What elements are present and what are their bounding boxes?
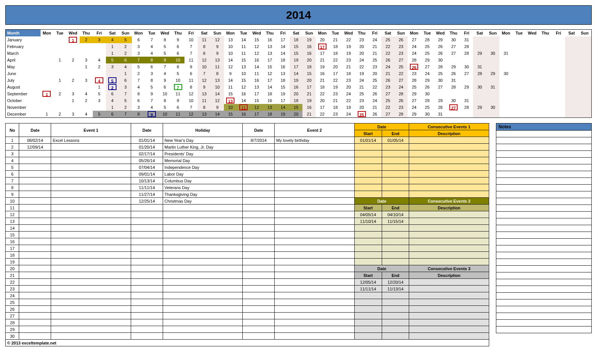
day-cell[interactable]	[460, 111, 473, 117]
holiday-date[interactable]	[131, 259, 163, 265]
ce1-desc[interactable]	[409, 177, 489, 184]
day-cell[interactable]	[565, 97, 578, 104]
ce2-start[interactable]	[354, 259, 382, 265]
day-cell[interactable]	[526, 90, 539, 97]
day-cell[interactable]: 10	[158, 111, 171, 117]
day-cell[interactable]	[552, 90, 565, 97]
row-no[interactable]: 3	[6, 150, 19, 157]
holiday-name[interactable]: Martin Luther King, Jr. Day	[163, 144, 242, 150]
event1-name[interactable]	[51, 286, 131, 292]
day-cell[interactable]: 16	[290, 84, 303, 90]
day-cell[interactable]: 27	[434, 84, 447, 90]
day-cell[interactable]: 18	[277, 77, 290, 84]
day-cell[interactable]: 30	[434, 77, 447, 84]
day-cell[interactable]	[512, 50, 526, 57]
day-cell[interactable]: 28	[421, 97, 434, 104]
day-cell[interactable]: 7	[132, 77, 145, 84]
day-cell[interactable]	[552, 97, 565, 104]
event2-name[interactable]	[275, 177, 354, 184]
event2-name[interactable]: My lovely birthday	[275, 137, 354, 144]
day-cell[interactable]: 15	[237, 77, 250, 84]
notes-row[interactable]	[496, 171, 592, 178]
day-cell[interactable]: 14	[224, 57, 237, 63]
day-cell[interactable]: 2	[80, 97, 93, 104]
day-cell[interactable]: 28	[460, 43, 473, 50]
day-cell[interactable]: 24	[342, 90, 355, 97]
day-cell[interactable]: 22	[329, 77, 342, 84]
holiday-date[interactable]: 07/04/14	[131, 164, 163, 171]
day-cell[interactable]: 20	[329, 63, 342, 70]
day-cell[interactable]: 5	[158, 104, 171, 111]
day-cell[interactable]	[473, 90, 486, 97]
day-cell[interactable]	[512, 77, 526, 84]
notes-row[interactable]	[496, 131, 592, 137]
event2-date[interactable]	[243, 259, 275, 265]
ce2-start[interactable]	[354, 238, 382, 245]
event2-name[interactable]	[275, 333, 354, 340]
day-cell[interactable]: 23	[408, 70, 421, 77]
day-cell[interactable]: 20	[342, 84, 355, 90]
event2-date[interactable]	[243, 286, 275, 292]
day-cell[interactable]: 17	[290, 63, 303, 70]
row-no[interactable]: 19	[6, 259, 19, 265]
row-no[interactable]: 22	[6, 279, 19, 286]
day-cell[interactable]	[93, 43, 106, 50]
day-cell[interactable]: 29	[421, 57, 434, 63]
holiday-date[interactable]	[131, 238, 163, 245]
day-cell[interactable]	[473, 43, 486, 50]
day-cell[interactable]: 16	[302, 43, 316, 50]
notes-row[interactable]	[496, 158, 592, 164]
day-cell[interactable]	[486, 90, 499, 97]
ce3-desc[interactable]	[409, 313, 489, 319]
event1-name[interactable]	[51, 259, 131, 265]
ce3-end[interactable]: 12/20/14	[382, 279, 409, 286]
day-cell[interactable]: 29	[434, 36, 447, 43]
event1-date[interactable]	[19, 313, 51, 319]
day-cell[interactable]	[486, 43, 499, 50]
day-cell[interactable]: 22	[368, 84, 381, 90]
day-cell[interactable]: 13	[277, 70, 290, 77]
day-cell[interactable]: 1	[106, 104, 119, 111]
day-cell[interactable]	[552, 36, 565, 43]
ce3-end[interactable]	[382, 306, 409, 313]
notes-row[interactable]	[496, 225, 592, 232]
day-cell[interactable]: 11	[198, 36, 211, 43]
day-cell[interactable]: 10	[224, 104, 237, 111]
day-cell[interactable]: 19	[329, 84, 342, 90]
holiday-date[interactable]: 09/01/14	[131, 171, 163, 177]
day-cell[interactable]	[53, 43, 67, 50]
holiday-name[interactable]	[163, 259, 242, 265]
day-cell[interactable]: 19	[355, 70, 368, 77]
event2-date[interactable]	[243, 150, 275, 157]
ce1-desc[interactable]	[409, 184, 489, 191]
ce1-start[interactable]	[354, 177, 382, 184]
day-cell[interactable]: 22	[342, 97, 355, 104]
day-cell[interactable]	[486, 63, 499, 70]
day-cell[interactable]	[565, 50, 578, 57]
day-cell[interactable]	[539, 90, 552, 97]
ce1-end[interactable]: 01/05/14	[382, 137, 409, 144]
day-cell[interactable]: 9	[211, 43, 224, 50]
day-cell[interactable]	[552, 70, 565, 77]
event1-date[interactable]	[19, 252, 51, 259]
holiday-date[interactable]	[131, 252, 163, 259]
ce2-desc[interactable]	[409, 218, 489, 225]
day-cell[interactable]	[578, 84, 591, 90]
day-cell[interactable]	[67, 50, 80, 57]
day-cell[interactable]: 25	[421, 43, 434, 50]
day-cell[interactable]	[499, 36, 512, 43]
day-cell[interactable]: 16	[237, 111, 250, 117]
event2-date[interactable]	[243, 265, 275, 272]
ce1-desc[interactable]	[409, 164, 489, 171]
day-cell[interactable]	[460, 77, 473, 84]
ce1-desc[interactable]	[409, 150, 489, 157]
day-cell[interactable]	[539, 63, 552, 70]
day-cell[interactable]	[539, 104, 552, 111]
day-cell[interactable]	[447, 57, 460, 63]
event2-name[interactable]	[275, 171, 354, 177]
day-cell[interactable]: 17	[263, 57, 277, 63]
event2-name[interactable]	[275, 184, 354, 191]
event1-date[interactable]	[19, 245, 51, 252]
day-cell[interactable]: 8	[145, 57, 158, 63]
day-cell[interactable]: 12	[184, 111, 198, 117]
